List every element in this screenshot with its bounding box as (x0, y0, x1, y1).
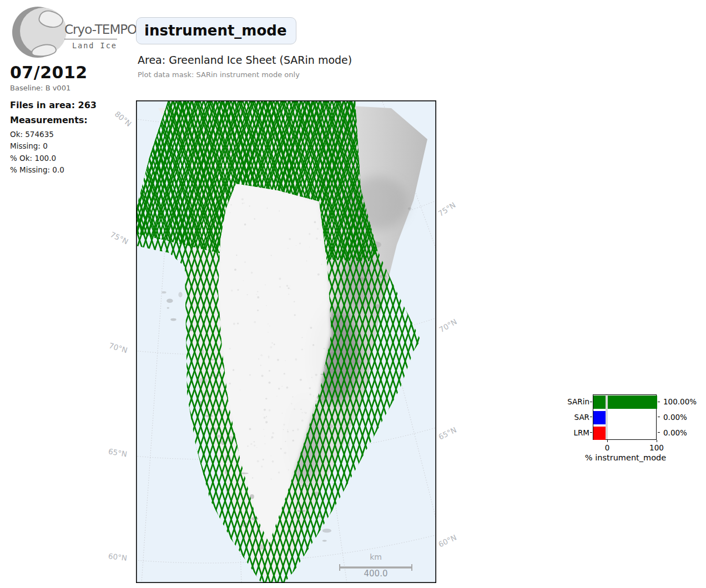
lat-label-70n-right: 70°N (437, 317, 458, 334)
greenland-map: km 400.0 (136, 100, 436, 583)
instrument-mode-bar-chart: SARin SAR LRM 100.00% 0.00% 0.00% 0 100 … (558, 390, 706, 468)
y-tick (590, 402, 592, 402)
files-in-area-label: Files in area: 263 (10, 100, 97, 110)
chart-category-lrm: LRM (558, 428, 589, 438)
lat-label-60n-right: 60°N (437, 533, 458, 549)
stat-pct-ok: % Ok: 100.0 (10, 154, 132, 163)
page-title: instrument_mode (136, 17, 296, 44)
lat-label-65n-left: 65°N (108, 447, 128, 459)
bar-key-sarin (593, 396, 606, 409)
x-tick-label-100: 100 (646, 443, 668, 452)
stat-ok: Ok: 574635 (10, 130, 132, 139)
map-canvas (136, 100, 436, 583)
value-label-lrm: 0.00% (663, 428, 706, 438)
chart-category-sarin: SARin (558, 397, 589, 407)
x-tick-0 (607, 440, 608, 442)
y-tick (590, 417, 592, 417)
bar-row-lrm (593, 427, 656, 440)
scale-bar-value: 400.0 (342, 569, 409, 579)
bar-row-sarin (593, 396, 656, 409)
stat-missing: Missing: 0 (10, 141, 132, 150)
zero-axis-stripe (606, 395, 608, 439)
x-axis-label: % instrument_mode (574, 453, 677, 462)
baseline-label: Baseline: B v001 (10, 84, 70, 92)
lat-label-75n-right: 75°N (436, 200, 457, 218)
scale-bar-unit: km (342, 552, 409, 561)
y-tick-right (658, 432, 660, 433)
lat-label-75n-left: 75°N (109, 230, 130, 246)
period-heading: 07/2012 (10, 63, 88, 82)
value-label-sar: 0.00% (663, 412, 706, 422)
value-label-sarin: 100.00% (663, 397, 706, 407)
lat-label-80n-left: 80°N (113, 109, 133, 128)
cryo-tempo-logo: Cryo-TEMPO Land Ice (8, 4, 119, 60)
lat-label-65n-right: 65°N (437, 425, 458, 441)
chart-category-sar: SAR (558, 412, 589, 422)
y-tick-right (658, 402, 660, 402)
measurements-heading: Measurements: (10, 115, 88, 125)
bar-key-lrm (593, 427, 606, 440)
lat-label-70n-left: 70°N (108, 341, 128, 355)
bar-row-sar (593, 411, 656, 424)
x-tick-100 (657, 440, 657, 442)
stat-pct-missing: % Missing: 0.0 (10, 165, 132, 174)
logo-subtitle: Land Ice (62, 41, 117, 50)
area-subtitle: Area: Greenland Ice Sheet (SARin mode) (138, 54, 352, 66)
lat-label-60n-left: 60°N (108, 551, 128, 562)
chart-plot-area (593, 394, 657, 440)
y-tick-right (658, 417, 660, 417)
y-tick (590, 432, 592, 433)
bar-key-sar (593, 411, 606, 424)
x-tick-label-0: 0 (599, 443, 616, 452)
logo-divider (64, 39, 117, 39)
logo-title: Cryo-TEMPO (64, 22, 120, 37)
plot-mask-note: Plot data mask: SARin instrument mode on… (138, 70, 300, 79)
bar-value-sarin (608, 396, 657, 409)
